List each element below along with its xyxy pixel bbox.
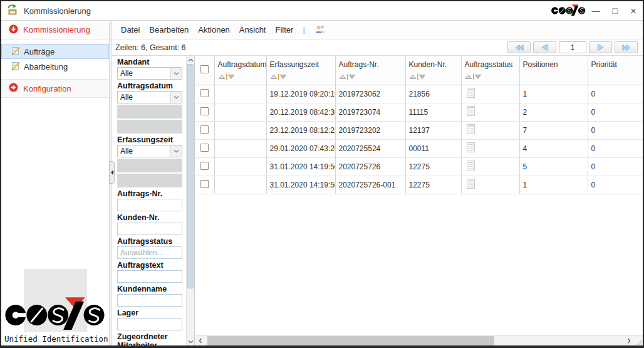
- scrollbar-thumb[interactable]: [207, 336, 494, 345]
- table-row[interactable]: 19.12.2019 09:20:19 2019723062 21856 1 0: [195, 85, 643, 103]
- column-header-auftragsdatum[interactable]: Auftragsdatum: [214, 56, 266, 85]
- table-row[interactable]: 29.01.2020 07:43:20 2020725524 00011 4 0: [195, 139, 643, 157]
- lager-input[interactable]: [117, 318, 182, 330]
- mandant-select[interactable]: Alle: [117, 67, 182, 80]
- table-row[interactable]: 31.01.2020 14:19:50 2020725726-001 12275…: [195, 176, 643, 194]
- sort-icons[interactable]: [339, 73, 404, 82]
- auftragsstatus-input[interactable]: [117, 246, 182, 259]
- menu-bearbeiten[interactable]: Bearbeiten: [149, 25, 189, 34]
- maximize-button[interactable]: □: [613, 6, 618, 15]
- auftragstext-input[interactable]: [117, 270, 182, 283]
- scroll-up-button[interactable]: [187, 56, 194, 64]
- cell-auftrags-nr: 2019723062: [335, 85, 405, 103]
- document-status-icon[interactable]: [467, 179, 475, 191]
- row-checkbox[interactable]: [200, 107, 209, 115]
- users-icon[interactable]: [314, 24, 326, 36]
- menu-datei[interactable]: Datei: [121, 25, 140, 34]
- filter-label-auftragstext: Auftragstext: [117, 261, 182, 270]
- first-page-button[interactable]: [507, 41, 531, 53]
- document-status-icon[interactable]: [467, 88, 475, 100]
- cell-auftragsstatus: [461, 121, 519, 139]
- select-all-checkbox[interactable]: [200, 65, 209, 73]
- filter-label-erfassungszeit: Erfassungszeit: [117, 135, 182, 144]
- sidebar-item-label: Aufträge: [24, 47, 55, 56]
- cell-prioritaet: 0: [588, 103, 643, 121]
- scroll-down-button[interactable]: [187, 337, 194, 345]
- column-header-auftragsstatus[interactable]: Auftragsstatus: [461, 56, 519, 85]
- kundenname-input[interactable]: [117, 294, 182, 307]
- cell-auftragsstatus: [461, 103, 519, 121]
- kunden-nr-input[interactable]: [117, 223, 182, 235]
- document-status-icon[interactable]: [467, 106, 475, 118]
- orders-table-area: Auftragsdatum Erfassungszeit Auftrags-Nr…: [195, 56, 643, 345]
- menu-aktionen[interactable]: Aktionen: [198, 25, 230, 34]
- column-header-positionen[interactable]: Positionen: [519, 56, 588, 85]
- table-horizontal-scrollbar[interactable]: [195, 335, 643, 345]
- chevron-left-icon: [541, 43, 549, 51]
- page-number-input[interactable]: [559, 41, 586, 53]
- sort-icons[interactable]: [218, 73, 265, 82]
- scrollbar-thumb[interactable]: [187, 64, 194, 288]
- orders-table: Auftragsdatum Erfassungszeit Auftrags-Nr…: [195, 56, 643, 194]
- filter-label-kundenname: Kundenname: [117, 285, 182, 293]
- prev-page-button[interactable]: [533, 41, 556, 53]
- last-page-button[interactable]: [615, 41, 638, 53]
- row-count-text: Zeilen: 6, Gesamt: 6: [115, 43, 507, 52]
- column-header-auftrags-nr[interactable]: Auftrags-Nr.: [335, 56, 405, 85]
- logo-subtitle: Unified Identification: [4, 334, 107, 344]
- window-title: Kommissionierung: [24, 6, 551, 16]
- cell-positionen: 7: [519, 121, 588, 139]
- menu-ansicht[interactable]: Ansicht: [239, 25, 266, 34]
- sidebar-item-abarbeitung[interactable]: Abarbeitung: [1, 59, 109, 74]
- auftrags-nr-input[interactable]: [117, 199, 182, 211]
- resize-grip[interactable]: [634, 335, 643, 345]
- cell-auftragsstatus: [461, 139, 519, 157]
- double-chevron-right-icon: [621, 44, 631, 51]
- sidebar-item-label: Konfiguration: [23, 84, 71, 93]
- cell-auftrags-nr: 2019723074: [335, 103, 405, 121]
- minimize-button[interactable]: —: [592, 7, 600, 15]
- cell-auftragsdatum: [214, 85, 266, 103]
- next-page-button[interactable]: [589, 41, 612, 53]
- table-row[interactable]: 23.12.2019 08:12:22 2019723202 12137 7 0: [195, 121, 643, 139]
- sort-icons[interactable]: [409, 73, 460, 82]
- filter-scrollbar[interactable]: [186, 56, 194, 345]
- document-status-icon[interactable]: [467, 124, 475, 136]
- cell-prioritaet: 0: [588, 157, 643, 176]
- sidebar-item-kommissionierung[interactable]: Kommissionierung: [1, 21, 109, 40]
- sort-icons[interactable]: [270, 73, 334, 82]
- cell-prioritaet: 0: [588, 176, 643, 194]
- erfassungszeit-select[interactable]: Alle: [117, 145, 182, 157]
- close-button[interactable]: ×: [630, 6, 636, 16]
- menu-filter[interactable]: Filter: [275, 25, 293, 34]
- document-status-icon[interactable]: [467, 161, 475, 172]
- sidebar-item-auftraege[interactable]: Aufträge: [1, 44, 109, 59]
- auftragsdatum-select[interactable]: Alle: [117, 91, 182, 103]
- package-icon: [6, 4, 19, 18]
- cell-kunden-nr: 12275: [405, 176, 461, 194]
- sort-icons[interactable]: [465, 73, 518, 82]
- row-checkbox[interactable]: [200, 89, 209, 97]
- cell-kunden-nr: 11115: [405, 103, 461, 121]
- row-checkbox[interactable]: [200, 125, 209, 134]
- cosys-logo-large: Unified Identification: [4, 297, 107, 344]
- scroll-left-button[interactable]: [195, 335, 205, 345]
- sidebar-item-konfiguration[interactable]: Konfiguration: [1, 79, 109, 98]
- row-checkbox[interactable]: [200, 162, 209, 170]
- table-row[interactable]: 20.12.2019 08:42:30 2019723074 11115 2 0: [195, 103, 643, 121]
- cell-kunden-nr: 12137: [405, 121, 461, 139]
- document-status-icon[interactable]: [467, 142, 475, 154]
- table-row[interactable]: 31.01.2020 14:19:50 2020725726 12275 5 0: [195, 157, 643, 176]
- titlebar: Kommissionierung — □ ×: [1, 1, 643, 21]
- note-pencil-icon: [11, 46, 20, 57]
- column-header-prioritaet[interactable]: Priorität: [588, 56, 643, 85]
- column-header-erfassungszeit[interactable]: Erfassungszeit: [266, 56, 335, 85]
- chevron-right-icon: [596, 43, 605, 51]
- scroll-right-button[interactable]: [623, 335, 634, 345]
- row-checkbox[interactable]: [200, 144, 209, 152]
- cell-prioritaet: 0: [588, 121, 643, 139]
- cell-erfassungszeit: 19.12.2019 09:20:19: [266, 85, 335, 103]
- cell-auftragsstatus: [461, 176, 519, 194]
- column-header-kunden-nr[interactable]: Kunden-Nr.: [405, 56, 461, 85]
- row-checkbox[interactable]: [200, 180, 209, 188]
